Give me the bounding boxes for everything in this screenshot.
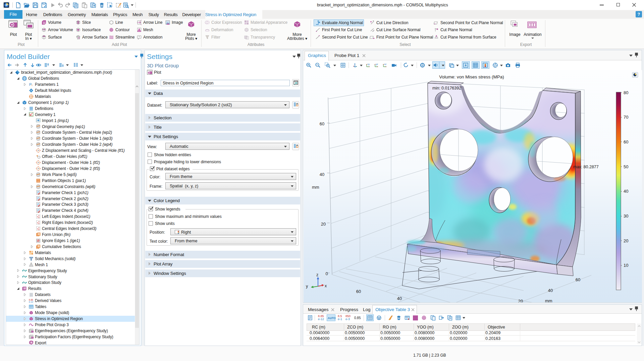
svg-text:70: 70 [624, 115, 628, 120]
svg-text:40: 40 [397, 296, 402, 301]
svg-text:i: i [32, 83, 33, 87]
svg-text:60: 60 [356, 289, 361, 294]
svg-text:Volume: von Mises stress (MPa): Volume: von Mises stress (MPa) [439, 74, 504, 79]
svg-text:30: 30 [624, 214, 628, 219]
svg-text:20: 20 [518, 299, 523, 302]
svg-text:max: 80.2877: max: 80.2877 [573, 165, 599, 169]
svg-text:P: P [29, 82, 32, 86]
svg-text:xy: xy [367, 63, 370, 66]
svg-text:20: 20 [321, 222, 326, 227]
svg-text:40: 40 [548, 288, 553, 293]
svg-text:min: 0.0176392: min: 0.0176392 [432, 86, 461, 91]
svg-text:60: 60 [576, 277, 580, 282]
svg-text:80: 80 [624, 90, 628, 95]
svg-text:60: 60 [320, 121, 324, 126]
svg-text:xz: xz [384, 63, 387, 65]
svg-text:x: x [325, 284, 327, 288]
svg-text:40: 40 [320, 172, 324, 177]
svg-text:20: 20 [624, 238, 628, 243]
svg-text:mm: mm [312, 185, 319, 190]
svg-text:e-12: e-12 [29, 301, 33, 303]
svg-text:40: 40 [624, 189, 628, 194]
svg-text:60: 60 [624, 139, 628, 144]
svg-text:mm: mm [545, 298, 552, 302]
svg-text:10: 10 [624, 263, 628, 268]
svg-text:z: z [316, 273, 318, 277]
svg-text:yz: yz [376, 63, 378, 66]
svg-text:50: 50 [624, 164, 628, 169]
svg-text:0: 0 [325, 271, 328, 276]
svg-text:y: y [306, 284, 308, 289]
